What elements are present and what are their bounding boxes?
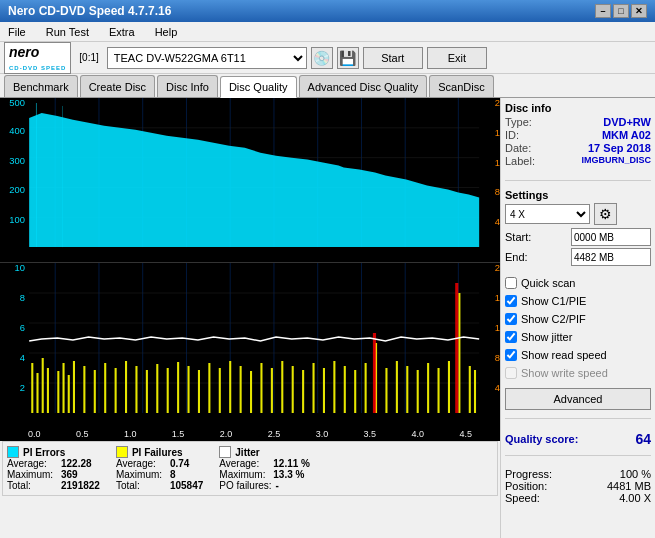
svg-text:12: 12	[495, 158, 500, 168]
svg-text:8: 8	[20, 293, 25, 303]
progress-row: Progress: 100 %	[505, 468, 651, 480]
show-c2-row: Show C2/PIF	[505, 313, 651, 325]
x-label-4: 4.0	[412, 429, 425, 439]
jitter-avg-label: Average:	[219, 458, 269, 469]
speed-selector[interactable]: 4 X	[505, 204, 590, 224]
svg-rect-59	[68, 375, 70, 413]
progress-section: Progress: 100 % Position: 4481 MB Speed:…	[505, 468, 651, 504]
show-c2-label: Show C2/PIF	[521, 313, 586, 325]
menu-run-test[interactable]: Run Test	[42, 24, 93, 40]
quality-score-label: Quality score:	[505, 433, 578, 445]
pi-errors-legend: PI Errors Average: 122.28 Maximum: 369 T…	[7, 446, 100, 491]
maximize-button[interactable]: □	[613, 4, 629, 18]
nero-logo: nero CD-DVD SPEED	[4, 42, 71, 74]
disc-info-title: Disc info	[505, 102, 651, 114]
svg-rect-61	[83, 366, 85, 413]
svg-rect-85	[333, 361, 335, 413]
end-input[interactable]	[571, 248, 651, 266]
tab-disc-info[interactable]: Disc Info	[157, 75, 218, 97]
advanced-button[interactable]: Advanced	[505, 388, 651, 410]
svg-text:4: 4	[495, 217, 500, 227]
menu-file[interactable]: File	[4, 24, 30, 40]
x-label-3: 3.0	[316, 429, 329, 439]
divider-1	[505, 180, 651, 181]
quality-score-value: 64	[635, 431, 651, 447]
pi-failures-legend: PI Failures Average: 0.74 Maximum: 8 Tot…	[116, 446, 203, 491]
show-write-speed-checkbox[interactable]	[505, 367, 517, 379]
logo-subtext: CD-DVD SPEED	[9, 65, 66, 71]
pi-errors-max-label: Maximum:	[7, 469, 57, 480]
svg-rect-84	[323, 368, 325, 413]
svg-text:4: 4	[20, 353, 25, 363]
svg-rect-97	[458, 293, 460, 413]
svg-rect-87	[354, 370, 356, 413]
show-c2-checkbox[interactable]	[505, 313, 517, 325]
progress-value: 100 %	[620, 468, 651, 480]
svg-rect-98	[469, 366, 471, 413]
show-jitter-checkbox[interactable]	[505, 331, 517, 343]
pi-errors-total-label: Total:	[7, 480, 57, 491]
jitter-avg-value: 12.11 %	[273, 458, 310, 469]
disc-id-row: ID: MKM A02	[505, 129, 651, 141]
svg-rect-65	[125, 361, 127, 413]
x-label-25: 2.5	[268, 429, 281, 439]
disc-info-section: Disc info Type: DVD+RW ID: MKM A02 Date:…	[505, 102, 651, 168]
svg-rect-78	[260, 363, 262, 413]
jitter-max-value: 13.3 %	[273, 469, 304, 480]
svg-text:400: 400	[9, 126, 25, 136]
menu-extra[interactable]: Extra	[105, 24, 139, 40]
start-row: Start:	[505, 228, 651, 246]
disc-icon-button[interactable]: 💿	[311, 47, 333, 69]
show-c1-row: Show C1/PIE	[505, 295, 651, 307]
svg-rect-79	[271, 368, 273, 413]
x-label-05: 0.5	[76, 429, 89, 439]
progress-label: Progress:	[505, 468, 552, 480]
start-input[interactable]	[571, 228, 651, 246]
svg-rect-67	[146, 370, 148, 413]
tab-disc-quality[interactable]: Disc Quality	[220, 76, 297, 98]
pi-failures-total-value: 105847	[170, 480, 203, 491]
start-button[interactable]: Start	[363, 47, 423, 69]
disc-date-row: Date: 17 Sep 2018	[505, 142, 651, 154]
tab-scandisc[interactable]: ScanDisc	[429, 75, 493, 97]
app-title: Nero CD-DVD Speed 4.7.7.16	[8, 4, 171, 18]
pi-errors-color	[7, 446, 19, 458]
show-c1-checkbox[interactable]	[505, 295, 517, 307]
disc-id-value: MKM A02	[602, 129, 651, 141]
pi-failures-avg-value: 0.74	[170, 458, 189, 469]
menu-help[interactable]: Help	[151, 24, 182, 40]
tab-advanced-disc-quality[interactable]: Advanced Disc Quality	[299, 75, 428, 97]
svg-rect-100	[373, 333, 376, 413]
tab-benchmark[interactable]: Benchmark	[4, 75, 78, 97]
quick-scan-checkbox[interactable]	[505, 277, 517, 289]
exit-button[interactable]: Exit	[427, 47, 487, 69]
pi-errors-label: PI Errors	[23, 447, 65, 458]
toolbar: nero CD-DVD SPEED [0:1] TEAC DV-W522GMA …	[0, 42, 655, 74]
svg-rect-63	[104, 363, 106, 413]
svg-rect-53	[31, 363, 33, 413]
svg-rect-93	[417, 370, 419, 413]
save-icon-button[interactable]: 💾	[337, 47, 359, 69]
quality-score-row: Quality score: 64	[505, 431, 651, 447]
disc-label-label: Label:	[505, 155, 535, 167]
minimize-button[interactable]: –	[595, 4, 611, 18]
svg-rect-99	[474, 370, 476, 413]
settings-icon-button[interactable]: ⚙	[594, 203, 617, 225]
position-label: Position:	[505, 480, 547, 492]
pi-errors-max-value: 369	[61, 469, 78, 480]
tab-bar: Benchmark Create Disc Disc Info Disc Qua…	[0, 74, 655, 98]
close-button[interactable]: ✕	[631, 4, 647, 18]
title-bar: Nero CD-DVD Speed 4.7.7.16 – □ ✕	[0, 0, 655, 22]
svg-rect-60	[73, 361, 75, 413]
pi-errors-avg-label: Average:	[7, 458, 57, 469]
drive-label-bracket: [0:1]	[75, 52, 102, 63]
svg-text:100: 100	[9, 215, 25, 225]
pi-failures-average-row: Average: 0.74	[116, 458, 203, 469]
jitter-max-row: Maximum: 13.3 %	[219, 469, 310, 480]
show-read-speed-checkbox[interactable]	[505, 349, 517, 361]
svg-rect-57	[57, 371, 59, 413]
drive-selector[interactable]: TEAC DV-W522GMA 6T11	[107, 47, 307, 69]
tab-create-disc[interactable]: Create Disc	[80, 75, 155, 97]
svg-text:12: 12	[495, 323, 500, 333]
chart-panel: 500 400 300 200 100 20 16 12 8 4	[0, 98, 500, 538]
